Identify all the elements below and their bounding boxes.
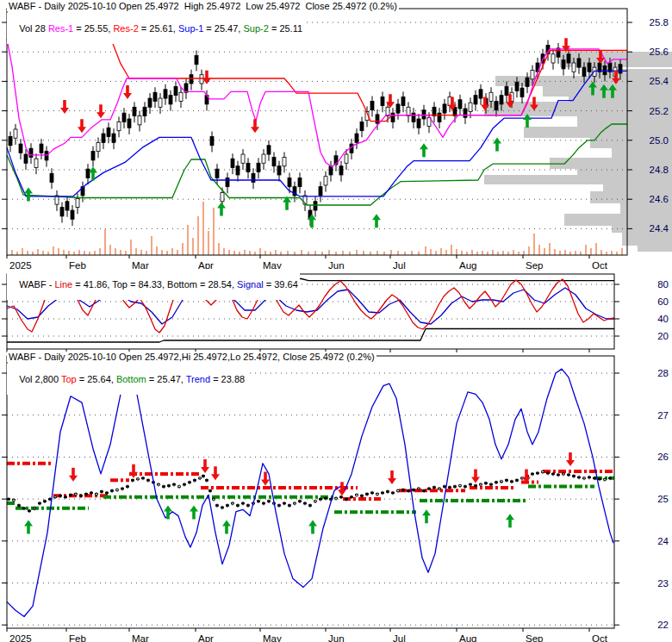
y-axis-label: 25.6 [650, 47, 669, 57]
panel1-vol-label: Vol 28 [19, 23, 48, 34]
signal-value: = 39.64 [264, 279, 298, 290]
signal-label: Signal [237, 279, 264, 290]
stock-chart-page: 25.825.625.425.225.024.824.624.42025FebM… [0, 0, 672, 642]
y-axis-label: 25.2 [650, 106, 669, 116]
panel3-title: WABF - Daily 2025-10-10 Open 25.4972,Hi … [7, 352, 376, 362]
x-axis-label: Aug [459, 260, 476, 271]
chart-canvas: 25.825.625.425.225.024.824.624.42025FebM… [0, 0, 672, 642]
y-axis-label: 22 [657, 620, 669, 630]
y-axis-label: 24.6 [650, 194, 669, 204]
x-axis-label: Jun [328, 260, 345, 271]
Trend-line [7, 369, 613, 616]
x-axis-label: Jul [393, 633, 406, 642]
res1-label: Res-1 [48, 23, 73, 34]
sup1-value: = 25.47, [203, 23, 243, 34]
x-axis-label: 2025 [9, 633, 32, 642]
y-axis-label: 25 [657, 494, 669, 504]
y-axis-label: 24.8 [650, 165, 669, 175]
x-axis: 2025FebMarAprMayJunJulAugSepOct [7, 628, 608, 642]
y-axis-label: 25.4 [650, 76, 669, 86]
y-axis-label: 27 [657, 410, 669, 421]
x-axis-label: Feb [69, 633, 86, 642]
x-axis-label: Mar [132, 633, 149, 642]
panel-3-trend-panel: 282726252423222025FebMarAprMayJunJulAugS… [2, 356, 669, 642]
volume-profile-histogram [484, 52, 672, 252]
panel3-vol-label: Vol 2,800 [19, 374, 61, 384]
candlesticks [8, 470, 612, 513]
panel3-legend: Vol 2,800 Top = 25.64, Bottom = 25.47, T… [7, 364, 246, 395]
Bottom-band-line [7, 329, 614, 343]
x-axis-label: Sep [526, 633, 543, 642]
x-axis-label: Oct [592, 260, 608, 271]
res2-value: = 25.61, [139, 23, 178, 34]
y-axis-label: 24.4 [650, 223, 669, 234]
x-axis-label: Apr [198, 633, 214, 642]
x-axis-label: May [263, 633, 282, 642]
y-axis-label: 28 [657, 368, 669, 378]
res1-value: = 25.55, [73, 23, 113, 34]
panel1-title: WABF - Daily 2025-10-10 Open 25.4972 Hig… [7, 1, 399, 11]
x-axis-label: Jun [328, 633, 345, 642]
y-axis-label: 23 [657, 578, 669, 589]
bottom-value: = 25.47, [146, 374, 186, 384]
panel-1-price-panel: 25.825.625.425.225.024.824.624.42025FebM… [2, 9, 672, 271]
res2-label: Res-2 [113, 23, 138, 34]
trend-label: Trend [186, 374, 210, 384]
bottom-label: Bottom [116, 374, 146, 384]
panel2-symbol: WABF - [19, 279, 54, 290]
panel-border [7, 356, 614, 628]
top-label: Top [61, 374, 77, 384]
trend-value: = 23.88 [210, 374, 245, 384]
top-value: = 25.64, [77, 374, 116, 384]
line-label: Line [54, 279, 72, 290]
y-axis-label: 80 [657, 279, 669, 290]
panel1-legend: Vol 28 Res-1 = 25.55, Res-2 = 25.61, Sup… [7, 13, 304, 44]
line-top-bottom-values: = 41.86, Top = 84.33, Bottom = 28.54, [72, 279, 237, 290]
panel2-legend: WABF - Line = 41.86, Top = 84.33, Bottom… [7, 269, 300, 300]
y-axis-label: 60 [657, 296, 669, 307]
y-axis-label: 40 [657, 314, 669, 324]
sup2-label: Sup-2 [243, 23, 268, 34]
y-axis-label: 24 [657, 536, 669, 546]
x-axis-label: Sep [526, 260, 543, 271]
sup1-label: Sup-1 [178, 23, 203, 34]
sup2-value: = 25.11 [269, 23, 302, 34]
x-axis-label: Jul [393, 260, 406, 271]
y-axis-label: 25.0 [650, 135, 669, 146]
x-axis-label: Aug [459, 633, 476, 642]
y-axis-label: 26 [657, 452, 669, 462]
x-axis-label: Oct [592, 633, 608, 642]
y-axis-label: 20 [657, 331, 669, 341]
y-axis-label: 25.8 [650, 17, 669, 28]
